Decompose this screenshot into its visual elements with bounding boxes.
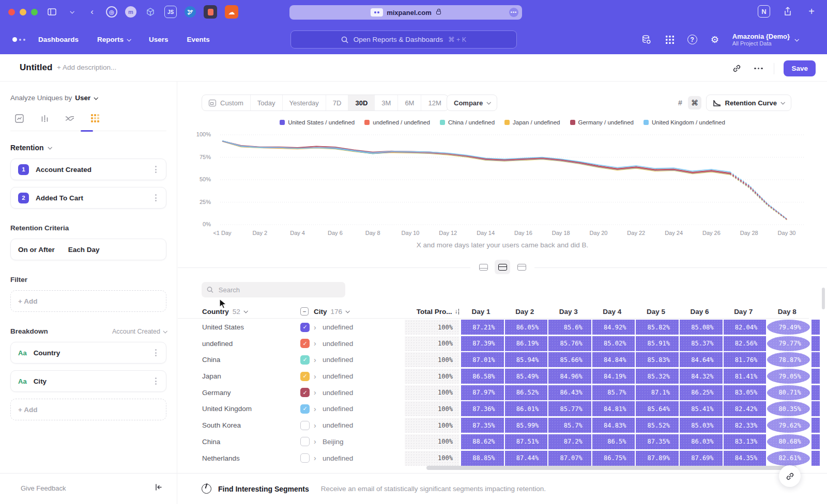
criteria-operator[interactable]: On or After [18,246,55,254]
expand-row-icon[interactable]: › [314,356,323,364]
give-feedback-link[interactable]: Give Feedback [21,484,66,492]
nav-item-events[interactable]: Events [187,36,210,43]
back-icon[interactable]: ‹ [86,6,98,18]
tab-funnels-icon[interactable] [39,113,50,123]
minimize-window-button[interactable] [20,9,26,15]
legend-item-japan-undefined[interactable]: Japan / undefined [504,119,560,125]
retention-step-added-to-cart[interactable]: 2Added To Cart [10,187,166,209]
breakdown-city[interactable]: AaCity [10,370,166,392]
split-view-toggle[interactable] [495,260,510,274]
new-tab-icon[interactable]: + [805,5,818,18]
nav-item-users[interactable]: Users [149,36,169,43]
expand-row-icon[interactable]: › [314,388,323,397]
expand-row-icon[interactable]: › [314,405,323,413]
table-search[interactable] [202,282,345,297]
nav-item-reports[interactable]: Reports [97,36,130,43]
apps-grid-icon[interactable] [664,34,676,45]
share-link-fab[interactable] [779,465,801,487]
vertical-scrollbar[interactable] [822,288,825,309]
mixpanel-logo[interactable] [12,37,25,42]
copy-link-icon[interactable] [730,62,743,75]
legend-item-united-kingdom-undefined[interactable]: United Kingdom / undefined [644,119,725,125]
js-icon[interactable]: JS [164,6,177,18]
tab-flows-icon[interactable] [64,113,75,123]
city-column-header[interactable]: City176 [314,308,394,316]
row-checkbox[interactable]: ✓ [300,339,310,348]
row-checkbox[interactable] [300,437,310,446]
range-custom[interactable]: Custom [202,95,250,111]
table-only-toggle[interactable] [514,260,529,274]
add-description[interactable]: + Add description... [57,64,116,71]
tab-insights-icon[interactable] [13,113,25,123]
collapse-sidebar-icon[interactable] [155,483,162,493]
cube-icon[interactable] [144,6,157,18]
retention-step-account-created[interactable]: 1Account Created [10,159,166,180]
help-icon[interactable]: ? [687,35,697,44]
range-6m[interactable]: 6M [397,95,421,111]
global-search[interactable]: Open Reports & Dashboards ⌘ + K [290,30,517,49]
expand-row-icon[interactable]: › [314,323,323,332]
breakdown-add-button[interactable]: + Add [10,399,166,420]
share-icon[interactable] [782,5,794,18]
close-window-button[interactable] [8,9,15,15]
table-search-input[interactable] [218,286,340,294]
nav-item-dashboards[interactable]: Dashboards [38,36,79,43]
breakdown-country[interactable]: AaCountry [10,342,166,364]
range-yesterday[interactable]: Yesterday [282,95,326,111]
absolute-numbers-toggle[interactable]: # [673,96,687,109]
row-checkbox[interactable]: ✓ [300,355,310,365]
row-checkbox[interactable]: ✓ [300,388,310,397]
expand-row-icon[interactable]: › [314,372,323,381]
chart-type-dropdown[interactable]: Retention Curve [706,94,791,111]
range-7d[interactable]: 7D [326,95,348,111]
range-3m[interactable]: 3M [374,95,397,111]
bird-icon[interactable]: 🕊 [185,6,196,18]
day-column-header-day-6[interactable]: Day 6 [678,308,722,316]
profile-m-icon[interactable]: m [125,6,136,18]
total-column-header[interactable]: Total Pro... ↓ [394,308,459,316]
country-column-header[interactable]: Country52 [202,308,300,316]
day-column-header-day-5[interactable]: Day 5 [634,308,678,316]
more-options-icon[interactable] [153,347,159,358]
more-options-icon[interactable] [153,164,159,175]
filter-add-button[interactable]: + Add [10,290,166,312]
expand-row-icon[interactable]: › [314,437,323,446]
retention-criteria-card[interactable]: On or After Each Day [10,239,166,260]
chevron-down-icon[interactable] [66,6,78,18]
analyze-value-dropdown[interactable]: User [75,94,97,102]
day-column-header-day-8[interactable]: Day 8 [765,308,809,316]
data-management-icon[interactable] [641,34,652,45]
day-column-header-day-7[interactable]: Day 7 [722,308,765,316]
page-options-icon[interactable]: ••• [509,8,518,17]
criteria-value[interactable]: Each Day [68,246,100,254]
notion-icon[interactable]: N [758,5,770,18]
more-options-icon[interactable] [153,375,159,387]
soundcloud-icon[interactable]: ☁ [225,5,238,19]
range-today[interactable]: Today [250,95,282,111]
project-switcher[interactable]: Amazonia {Demo} All Project Data [732,33,798,46]
legend-item-undefined-undefined[interactable]: undefined / undefined [364,119,430,125]
expand-row-icon[interactable]: › [314,339,323,348]
zoom-window-button[interactable] [31,9,38,15]
more-options-icon[interactable] [153,192,159,203]
save-button[interactable]: Save [784,60,816,76]
window-controls[interactable] [8,9,38,15]
row-checkbox[interactable]: ✓ [300,323,310,332]
row-checkbox[interactable]: ✓ [300,372,310,381]
expand-row-icon[interactable]: › [314,454,323,462]
row-checkbox[interactable] [300,453,310,463]
legend-item-germany-undefined[interactable]: Germany / undefined [570,119,634,125]
record-icon[interactable] [204,5,217,19]
find-segments-title[interactable]: Find Interesting Segments [218,485,309,493]
row-checkbox[interactable]: ✓ [300,404,310,414]
select-all-checkbox[interactable]: – [300,307,309,316]
more-options-icon[interactable] [752,62,764,75]
legend-item-united-states-undefined[interactable]: United States / undefined [280,119,355,125]
range-30d[interactable]: 30D [348,95,374,111]
address-bar[interactable]: mixpanel.com ••• [289,5,522,20]
breakdown-scope-dropdown[interactable]: Account Created [112,328,166,335]
settings-gear-icon[interactable]: ⚙ [709,34,721,45]
legend-item-china-undefined[interactable]: China / undefined [440,119,495,125]
row-checkbox[interactable] [300,421,310,430]
range-12m[interactable]: 12M [421,95,448,111]
